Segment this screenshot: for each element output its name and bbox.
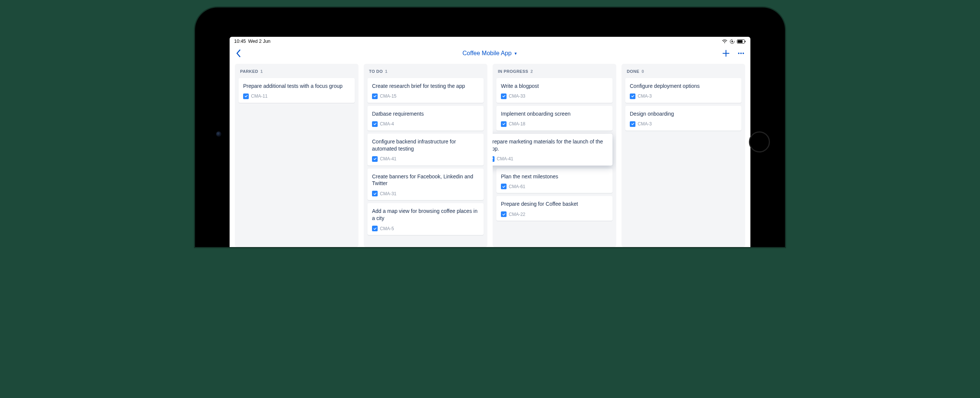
task-type-icon [501, 94, 506, 99]
card-title: Add a map view for browsing coffee place… [372, 208, 479, 222]
card-meta: CMA-18 [501, 121, 608, 127]
ipad-frame: 10:45 Wed 2 Jun [195, 8, 785, 247]
card-meta: CMA-4 [372, 121, 479, 127]
kanban-board: Parked1Prepare additional tests with a f… [230, 62, 750, 247]
task-type-icon [501, 184, 506, 189]
card-title: Prepare additional tests with a focus gr… [243, 82, 350, 90]
column-title: To Do [369, 69, 383, 74]
camera-dot [216, 132, 221, 137]
column-header: Parked1 [239, 69, 355, 75]
screen: 10:45 Wed 2 Jun [230, 37, 750, 247]
navbar: Coffee Mobile App ▼ [230, 45, 750, 62]
card-meta: CMA-22 [501, 211, 608, 217]
task-type-icon [372, 191, 378, 197]
card-title: Prepare desing for Coffee basket [501, 200, 608, 208]
task-type-icon [372, 121, 378, 127]
card-key: CMA-5 [380, 226, 394, 231]
card-title: Prepare marketing materials for the laun… [493, 138, 608, 152]
card-title: Write a blogpost [501, 82, 608, 90]
card[interactable]: Prepare marketing materials for the laun… [493, 134, 612, 166]
card[interactable]: Create banners for Facebook, Linkedin an… [368, 168, 484, 200]
column-in-progress[interactable]: In Progress2Write a blogpostCMA-33Implem… [493, 64, 616, 247]
column-header: Done0 [625, 69, 741, 75]
column-count: 0 [641, 69, 644, 74]
task-type-icon [501, 121, 506, 127]
task-type-icon [630, 121, 635, 127]
card-meta: CMA-33 [501, 94, 608, 99]
column-count: 2 [531, 69, 533, 74]
card-key: CMA-22 [509, 212, 525, 217]
task-type-icon [501, 211, 506, 217]
task-type-icon [372, 94, 378, 99]
card[interactable]: Design onboardingCMA-3 [625, 106, 741, 131]
card[interactable]: Create research brief for testing the ap… [368, 78, 484, 103]
card-key: CMA-18 [509, 121, 525, 127]
card-meta: CMA-5 [372, 226, 479, 231]
svg-point-7 [743, 52, 744, 54]
svg-point-5 [738, 52, 740, 54]
task-type-icon [372, 156, 378, 162]
card-meta: CMA-11 [243, 94, 350, 99]
card-meta: CMA-61 [501, 184, 608, 189]
card-key: CMA-11 [251, 94, 267, 99]
card-key: CMA-61 [509, 184, 525, 189]
task-type-icon [243, 94, 249, 99]
card-title: Plan the next milestones [501, 173, 608, 180]
svg-point-6 [740, 52, 742, 54]
card-meta: CMA-3 [630, 94, 737, 99]
card-meta: CMA-15 [372, 94, 479, 99]
battery-icon [737, 40, 746, 44]
card-title: Create research brief for testing the ap… [372, 82, 479, 90]
card[interactable]: Prepare desing for Coffee basketCMA-22 [496, 196, 612, 221]
card-meta: CMA-3 [630, 121, 737, 127]
card-title: Configure backend infrastructure for aut… [372, 138, 479, 152]
board-title: Coffee Mobile App [463, 50, 511, 57]
column-parked[interactable]: Parked1Prepare additional tests with a f… [235, 64, 358, 247]
card-title: Create banners for Facebook, Linkedin an… [372, 173, 479, 187]
card[interactable]: Configure deployment optionsCMA-3 [625, 78, 741, 103]
card-key: CMA-4 [380, 121, 394, 127]
column-count: 1 [385, 69, 388, 74]
card-title: Datbase requirements [372, 110, 479, 117]
svg-rect-3 [738, 40, 743, 43]
board-title-dropdown[interactable]: Coffee Mobile App ▼ [463, 50, 517, 57]
card-key: CMA-33 [509, 94, 525, 99]
column-title: Parked [240, 69, 258, 74]
task-type-icon [493, 156, 495, 162]
svg-rect-1 [732, 41, 733, 42]
card-meta: CMA-41 [372, 156, 479, 162]
card[interactable]: Implement onboarding screenCMA-18 [496, 106, 612, 131]
add-button[interactable] [722, 49, 730, 57]
card[interactable]: Plan the next milestonesCMA-61 [496, 168, 612, 193]
card[interactable]: Datbase requirementsCMA-4 [368, 106, 484, 131]
card[interactable]: Configure backend infrastructure for aut… [368, 134, 484, 166]
status-bar: 10:45 Wed 2 Jun [230, 37, 750, 45]
card[interactable]: Prepare additional tests with a focus gr… [239, 78, 355, 103]
more-button[interactable] [737, 49, 745, 57]
card[interactable]: Add a map view for browsing coffee place… [368, 203, 484, 235]
home-button[interactable] [749, 132, 770, 152]
status-time: 10:45 [234, 39, 246, 44]
column-header: In Progress2 [496, 69, 612, 75]
task-type-icon [372, 226, 378, 231]
card-key: CMA-41 [380, 156, 396, 162]
card-key: CMA-3 [638, 121, 652, 127]
card-key: CMA-15 [380, 94, 396, 99]
column-to-do[interactable]: To Do1Create research brief for testing … [364, 64, 487, 247]
column-title: In Progress [498, 69, 528, 74]
card-key: CMA-41 [497, 156, 513, 162]
back-button[interactable] [235, 49, 242, 57]
card-title: Design onboarding [630, 110, 737, 117]
svg-rect-4 [745, 41, 746, 42]
card-key: CMA-3 [638, 94, 652, 99]
card[interactable]: Write a blogpostCMA-33 [496, 78, 612, 103]
status-date: Wed 2 Jun [248, 39, 270, 44]
column-done[interactable]: Done0Configure deployment optionsCMA-3De… [622, 64, 745, 247]
card-meta: CMA-41 [493, 156, 608, 162]
column-count: 1 [260, 69, 263, 74]
card-key: CMA-31 [380, 191, 396, 197]
task-type-icon [630, 94, 635, 99]
card-title: Implement onboarding screen [501, 110, 608, 117]
wifi-icon [722, 40, 727, 44]
orientation-lock-icon [730, 39, 735, 44]
